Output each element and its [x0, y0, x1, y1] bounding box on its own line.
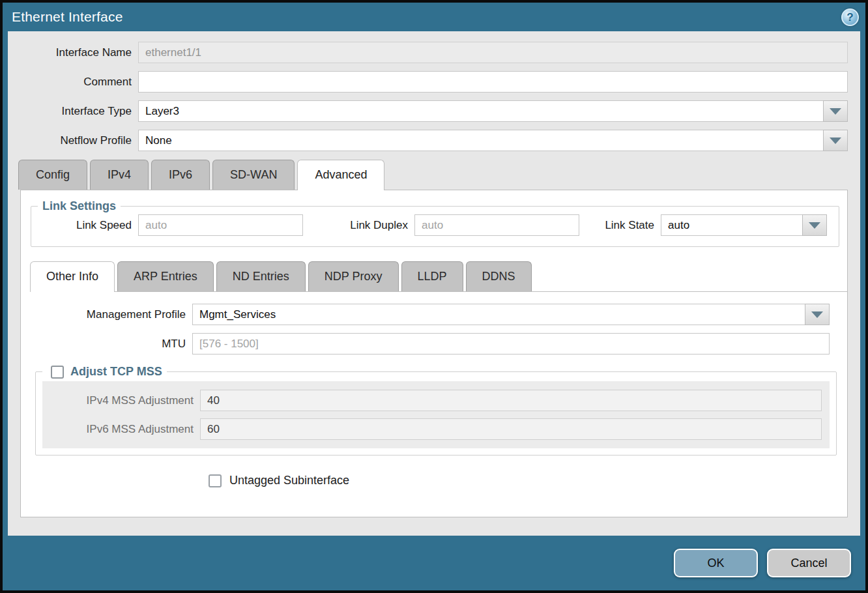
mtu-label: MTU — [21, 338, 192, 351]
ipv4-mss-field — [200, 390, 822, 411]
ipv4-mss-row: IPv4 MSS Adjustment — [42, 390, 830, 411]
netflow-profile-value[interactable] — [138, 130, 823, 151]
help-icon-glyph: ? — [846, 12, 853, 23]
tab-ipv4[interactable]: IPv4 — [90, 160, 149, 190]
interface-type-dropdown-button[interactable] — [823, 100, 848, 122]
link-state-value[interactable] — [661, 214, 802, 236]
mtu-row: MTU — [21, 333, 847, 354]
interface-type-value[interactable] — [138, 100, 823, 122]
chevron-down-icon — [830, 137, 841, 144]
chevron-down-icon — [830, 108, 841, 115]
tab-other-info[interactable]: Other Info — [30, 261, 115, 292]
tab-config[interactable]: Config — [18, 160, 87, 190]
advanced-tab-panel: Link Settings Link Speed Link Duplex Lin… — [20, 190, 848, 517]
comment-field[interactable] — [138, 71, 848, 93]
management-profile-label: Management Profile — [21, 308, 192, 321]
link-state-label: Link State — [596, 219, 661, 232]
interface-type-label: Interface Type — [8, 105, 138, 118]
link-settings-fieldset: Link Settings Link Speed Link Duplex Lin… — [31, 199, 839, 247]
netflow-profile-label: Netflow Profile — [8, 134, 138, 147]
interface-name-field — [138, 42, 848, 63]
netflow-profile-row: Netflow Profile — [8, 130, 860, 151]
interface-name-row: Interface Name — [8, 42, 860, 63]
link-speed-label: Link Speed — [40, 219, 138, 232]
tab-advanced[interactable]: Advanced — [297, 160, 384, 190]
dialog-footer: OK Cancel — [3, 536, 865, 590]
management-profile-value[interactable] — [192, 304, 805, 325]
comment-row: Comment — [8, 71, 860, 93]
adjust-tcp-mss-checkbox[interactable] — [51, 366, 64, 379]
management-profile-select[interactable] — [192, 304, 830, 325]
tab-nd-entries[interactable]: ND Entries — [216, 261, 306, 291]
netflow-profile-dropdown-button[interactable] — [823, 130, 848, 151]
sub-tab-strip: Other Info ARP Entries ND Entries NDP Pr… — [30, 261, 847, 292]
ethernet-interface-dialog: Ethernet Interface ? Interface Name Comm… — [0, 0, 868, 593]
mtu-field[interactable] — [192, 333, 830, 354]
link-speed-field[interactable] — [138, 214, 303, 236]
adjust-tcp-mss-label: Adjust TCP MSS — [70, 365, 162, 379]
help-icon[interactable]: ? — [841, 8, 859, 26]
ipv4-mss-label: IPv4 MSS Adjustment — [42, 394, 200, 407]
link-duplex-field[interactable] — [414, 214, 579, 236]
interface-type-select[interactable] — [138, 100, 848, 122]
dialog-title: Ethernet Interface — [12, 9, 123, 25]
ipv6-mss-label: IPv6 MSS Adjustment — [42, 423, 200, 436]
tab-ndp-proxy[interactable]: NDP Proxy — [308, 261, 399, 291]
comment-label: Comment — [8, 76, 138, 89]
link-state-dropdown-button[interactable] — [802, 214, 827, 236]
adjust-tcp-mss-fieldset: Adjust TCP MSS IPv4 MSS Adjustment IPv6 … — [35, 365, 837, 456]
tab-ddns[interactable]: DDNS — [466, 261, 532, 291]
tab-ipv6[interactable]: IPv6 — [151, 160, 210, 190]
cancel-button[interactable]: Cancel — [767, 549, 851, 577]
link-duplex-label: Link Duplex — [334, 219, 414, 232]
interface-name-label: Interface Name — [8, 46, 138, 59]
link-state-select[interactable] — [661, 214, 827, 236]
tab-lldp[interactable]: LLDP — [401, 261, 463, 291]
main-tab-strip: Config IPv4 IPv6 SD-WAN Advanced — [18, 160, 860, 190]
tab-arp-entries[interactable]: ARP Entries — [117, 261, 214, 291]
netflow-profile-select[interactable] — [138, 130, 848, 151]
dialog-body: Interface Name Comment Interface Type — [8, 31, 860, 536]
chevron-down-icon — [809, 222, 820, 229]
ipv6-mss-field — [200, 418, 822, 440]
ipv6-mss-row: IPv6 MSS Adjustment — [42, 418, 830, 440]
link-settings-legend: Link Settings — [38, 199, 121, 213]
ok-button[interactable]: OK — [674, 549, 758, 577]
management-profile-row: Management Profile — [21, 304, 847, 325]
chevron-down-icon — [811, 311, 823, 318]
dialog-titlebar: Ethernet Interface ? — [3, 3, 865, 31]
untagged-subinterface-row: Untagged Subinterface — [209, 474, 847, 487]
interface-type-row: Interface Type — [8, 100, 860, 122]
untagged-subinterface-label: Untagged Subinterface — [229, 474, 349, 487]
tab-sd-wan[interactable]: SD-WAN — [212, 160, 295, 190]
untagged-subinterface-checkbox[interactable] — [209, 474, 222, 487]
management-profile-dropdown-button[interactable] — [805, 304, 830, 325]
mss-panel: IPv4 MSS Adjustment IPv6 MSS Adjustment — [42, 381, 830, 448]
